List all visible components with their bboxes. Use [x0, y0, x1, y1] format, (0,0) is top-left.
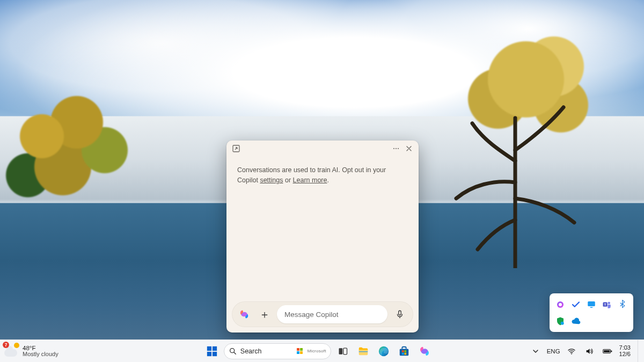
tray-item-security[interactable]: [553, 313, 567, 329]
taskbar-app-copilot[interactable]: [416, 343, 433, 360]
svg-point-2: [396, 148, 397, 149]
message-input[interactable]: [277, 305, 387, 323]
svg-point-12: [560, 321, 564, 324]
input-language[interactable]: ENG: [547, 348, 560, 354]
svg-rect-13: [207, 346, 211, 350]
speaker-icon: [585, 347, 594, 356]
search-label: Search: [240, 348, 294, 355]
svg-rect-29: [604, 350, 610, 352]
svg-rect-25: [402, 352, 404, 354]
battery-icon: [603, 346, 612, 356]
copilot-body: Conversations are used to train AI. Opt …: [226, 157, 419, 296]
copilot-titlebar: [226, 141, 419, 157]
more-button[interactable]: [390, 142, 402, 155]
weather-icon: 7: [4, 345, 18, 357]
taskbar-app-explorer[interactable]: [355, 343, 372, 360]
svg-rect-4: [399, 311, 401, 315]
clock-date: 12/6: [619, 351, 631, 358]
chevron-down-icon: [531, 347, 540, 356]
taskbar-systray: ENG 7:03 12/6: [529, 340, 644, 363]
tray-overflow-button[interactable]: [529, 343, 542, 360]
teams-icon: T: [602, 300, 612, 309]
show-desktop-button[interactable]: [638, 340, 641, 363]
svg-rect-23: [402, 350, 404, 352]
svg-point-1: [393, 148, 394, 149]
volume-button[interactable]: [583, 343, 596, 360]
voice-input-button[interactable]: [392, 306, 408, 322]
wallpaper-trees-left: [0, 80, 140, 220]
shield-icon: [555, 316, 565, 326]
copilot-window: Conversations are used to train AI. Opt …: [226, 141, 419, 333]
tray-overflow-flyout: T: [550, 293, 633, 332]
svg-point-11: [608, 301, 611, 304]
clock-button[interactable]: 7:03 12/6: [619, 345, 633, 357]
notice-text-3: .: [327, 176, 328, 184]
start-button[interactable]: [203, 343, 221, 360]
weather-temp: 48°F: [23, 345, 58, 351]
tray-item-todo[interactable]: [568, 297, 583, 312]
svg-point-3: [398, 148, 399, 149]
ellipsis-icon: [392, 144, 400, 153]
wifi-icon: [567, 347, 576, 356]
svg-rect-30: [611, 350, 612, 352]
taskbar-app-edge[interactable]: [375, 343, 392, 360]
new-chat-button[interactable]: ＋: [257, 306, 273, 322]
svg-rect-8: [590, 307, 593, 308]
microsoft-mini-logo: [297, 348, 303, 354]
task-view-icon: [338, 346, 348, 357]
copilot-notice: Conversations are used to train AI. Opt …: [237, 165, 408, 186]
tray-item-onedrive[interactable]: [568, 313, 583, 329]
microphone-icon: [395, 309, 405, 319]
copilot-icon: [419, 345, 430, 357]
svg-text:T: T: [604, 302, 606, 306]
taskbar-widgets-button[interactable]: 7 48°F Mostly cloudy: [0, 345, 107, 358]
svg-rect-16: [213, 351, 217, 356]
taskbar-app-store[interactable]: [396, 343, 413, 360]
copilot-compose-bar: ＋: [232, 301, 413, 327]
notice-text-2: or: [283, 176, 292, 184]
network-button[interactable]: [565, 343, 578, 360]
copilot-logo-button[interactable]: [236, 306, 252, 322]
taskbar-center: Search Microsoft: [107, 343, 529, 360]
svg-rect-15: [207, 351, 211, 356]
clock-time: 7:03: [619, 345, 631, 351]
svg-point-27: [571, 353, 572, 354]
tray-item-your-phone[interactable]: [584, 297, 598, 312]
copilot-icon: [239, 309, 250, 320]
tray-item-copilot[interactable]: [553, 297, 567, 312]
expand-icon: [232, 144, 240, 153]
taskbar: 7 48°F Mostly cloudy Search Microsoft: [0, 339, 644, 362]
svg-rect-14: [213, 346, 217, 350]
monitor-icon: [587, 300, 596, 309]
settings-link[interactable]: settings: [260, 176, 283, 184]
store-icon: [398, 345, 410, 357]
close-icon: [405, 144, 413, 153]
svg-rect-22: [400, 349, 409, 356]
plus-icon: ＋: [259, 307, 270, 322]
svg-point-17: [230, 348, 234, 352]
battery-button[interactable]: [601, 343, 614, 360]
wallpaper-tree-right: [435, 21, 606, 268]
search-icon: [229, 347, 237, 356]
cloud-icon: [571, 316, 581, 326]
close-button[interactable]: [402, 142, 415, 155]
tray-item-bluetooth[interactable]: [616, 297, 630, 312]
check-icon: [571, 300, 581, 309]
svg-rect-18: [339, 348, 342, 354]
weather-condition: Mostly cloudy: [23, 351, 58, 358]
svg-rect-26: [404, 352, 406, 354]
task-view-button[interactable]: [334, 343, 352, 360]
windows-icon: [206, 345, 218, 357]
svg-rect-20: [359, 351, 368, 352]
copilot-icon: [555, 300, 565, 309]
folder-icon: [357, 345, 369, 357]
microsoft-word: Microsoft: [308, 349, 326, 353]
svg-rect-19: [343, 348, 347, 354]
svg-point-6: [559, 303, 562, 306]
edge-icon: [378, 345, 390, 357]
tray-item-teams[interactable]: T: [600, 297, 614, 312]
expand-button[interactable]: [230, 142, 243, 155]
svg-rect-24: [404, 350, 406, 352]
taskbar-search[interactable]: Search Microsoft: [224, 343, 331, 359]
learn-more-link[interactable]: Learn more: [293, 176, 327, 184]
